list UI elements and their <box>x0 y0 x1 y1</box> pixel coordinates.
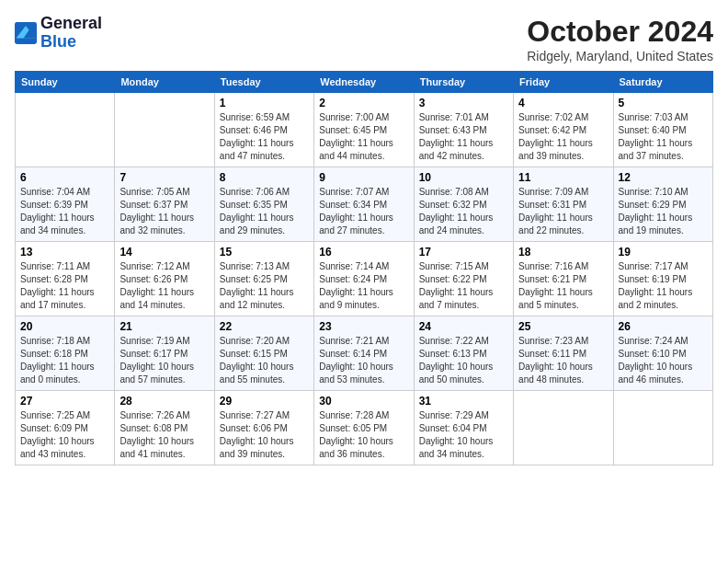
day-info: Sunrise: 7:25 AM Sunset: 6:09 PM Dayligh… <box>20 409 109 461</box>
calendar-cell: 13Sunrise: 7:11 AM Sunset: 6:28 PM Dayli… <box>16 242 115 316</box>
calendar-cell: 7Sunrise: 7:05 AM Sunset: 6:37 PM Daylig… <box>115 167 214 242</box>
day-number: 15 <box>220 246 309 259</box>
calendar-cell: 25Sunrise: 7:23 AM Sunset: 6:11 PM Dayli… <box>514 316 613 391</box>
day-info: Sunrise: 7:05 AM Sunset: 6:37 PM Dayligh… <box>119 186 209 237</box>
month-title: October 2024 <box>527 15 713 49</box>
calendar-cell: 30Sunrise: 7:28 AM Sunset: 6:05 PM Dayli… <box>314 391 414 465</box>
day-number: 16 <box>319 246 408 259</box>
day-number: 5 <box>619 97 708 109</box>
day-info: Sunrise: 7:23 AM Sunset: 6:11 PM Dayligh… <box>518 335 608 386</box>
logo-text: General Blue <box>40 15 102 52</box>
day-number: 19 <box>619 246 708 259</box>
day-number: 20 <box>20 320 109 333</box>
day-info: Sunrise: 7:28 AM Sunset: 6:05 PM Dayligh… <box>319 409 408 461</box>
calendar-cell: 12Sunrise: 7:10 AM Sunset: 6:29 PM Dayli… <box>613 167 712 242</box>
calendar-cell: 27Sunrise: 7:25 AM Sunset: 6:09 PM Dayli… <box>16 391 115 465</box>
day-number: 6 <box>20 171 109 184</box>
day-number: 10 <box>419 171 508 184</box>
location-subtitle: Ridgely, Maryland, United States <box>527 49 713 63</box>
day-info: Sunrise: 7:11 AM Sunset: 6:28 PM Dayligh… <box>20 260 109 312</box>
calendar-week-row: 20Sunrise: 7:18 AM Sunset: 6:18 PM Dayli… <box>16 316 713 391</box>
weekday-header: Thursday <box>414 72 513 93</box>
day-number: 1 <box>220 97 309 109</box>
day-number: 13 <box>20 246 109 259</box>
weekday-header: Monday <box>115 72 214 93</box>
day-info: Sunrise: 7:13 AM Sunset: 6:25 PM Dayligh… <box>220 260 309 312</box>
page-header: General Blue October 2024 Ridgely, Maryl… <box>15 15 713 63</box>
day-number: 22 <box>220 320 309 333</box>
calendar-week-row: 6Sunrise: 7:04 AM Sunset: 6:39 PM Daylig… <box>16 167 713 242</box>
calendar-cell: 23Sunrise: 7:21 AM Sunset: 6:14 PM Dayli… <box>314 316 414 391</box>
weekday-header: Friday <box>514 72 613 93</box>
title-block: October 2024 Ridgely, Maryland, United S… <box>527 15 713 63</box>
day-info: Sunrise: 7:12 AM Sunset: 6:26 PM Dayligh… <box>119 260 209 312</box>
day-number: 25 <box>518 320 608 333</box>
calendar-cell: 10Sunrise: 7:08 AM Sunset: 6:32 PM Dayli… <box>414 167 513 242</box>
day-info: Sunrise: 7:01 AM Sunset: 6:43 PM Dayligh… <box>419 111 508 163</box>
day-info: Sunrise: 7:03 AM Sunset: 6:40 PM Dayligh… <box>619 111 708 163</box>
day-info: Sunrise: 6:59 AM Sunset: 6:46 PM Dayligh… <box>220 111 309 163</box>
calendar-cell: 19Sunrise: 7:17 AM Sunset: 6:19 PM Dayli… <box>613 242 712 316</box>
day-info: Sunrise: 7:04 AM Sunset: 6:39 PM Dayligh… <box>20 186 109 237</box>
day-number: 8 <box>220 171 309 184</box>
day-number: 27 <box>20 395 109 408</box>
calendar-cell: 4Sunrise: 7:02 AM Sunset: 6:42 PM Daylig… <box>514 93 613 167</box>
day-info: Sunrise: 7:15 AM Sunset: 6:22 PM Dayligh… <box>419 260 508 312</box>
day-info: Sunrise: 7:09 AM Sunset: 6:31 PM Dayligh… <box>518 186 608 237</box>
day-number: 21 <box>119 320 209 333</box>
calendar-week-row: 27Sunrise: 7:25 AM Sunset: 6:09 PM Dayli… <box>16 391 713 465</box>
calendar-cell: 5Sunrise: 7:03 AM Sunset: 6:40 PM Daylig… <box>613 93 712 167</box>
calendar-cell: 22Sunrise: 7:20 AM Sunset: 6:15 PM Dayli… <box>214 316 313 391</box>
day-info: Sunrise: 7:02 AM Sunset: 6:42 PM Dayligh… <box>518 111 608 163</box>
calendar-cell: 24Sunrise: 7:22 AM Sunset: 6:13 PM Dayli… <box>414 316 513 391</box>
day-info: Sunrise: 7:14 AM Sunset: 6:24 PM Dayligh… <box>319 260 408 312</box>
day-info: Sunrise: 7:21 AM Sunset: 6:14 PM Dayligh… <box>319 335 408 386</box>
day-number: 3 <box>419 97 508 109</box>
day-number: 7 <box>119 171 209 184</box>
day-info: Sunrise: 7:26 AM Sunset: 6:08 PM Dayligh… <box>119 409 209 461</box>
day-number: 29 <box>220 395 309 408</box>
weekday-header: Sunday <box>16 72 115 93</box>
day-number: 18 <box>518 246 608 259</box>
weekday-header-row: SundayMondayTuesdayWednesdayThursdayFrid… <box>16 72 713 93</box>
calendar-cell: 9Sunrise: 7:07 AM Sunset: 6:34 PM Daylig… <box>314 167 414 242</box>
calendar-cell: 21Sunrise: 7:19 AM Sunset: 6:17 PM Dayli… <box>115 316 214 391</box>
logo-icon <box>15 22 37 44</box>
day-info: Sunrise: 7:20 AM Sunset: 6:15 PM Dayligh… <box>220 335 309 386</box>
weekday-header: Saturday <box>613 72 712 93</box>
calendar-cell: 17Sunrise: 7:15 AM Sunset: 6:22 PM Dayli… <box>414 242 513 316</box>
calendar-cell: 14Sunrise: 7:12 AM Sunset: 6:26 PM Dayli… <box>115 242 214 316</box>
day-number: 2 <box>319 97 408 109</box>
day-number: 14 <box>119 246 209 259</box>
calendar-cell: 31Sunrise: 7:29 AM Sunset: 6:04 PM Dayli… <box>414 391 513 465</box>
day-number: 31 <box>419 395 508 408</box>
day-info: Sunrise: 7:27 AM Sunset: 6:06 PM Dayligh… <box>220 409 309 461</box>
calendar-cell <box>514 391 613 465</box>
day-number: 9 <box>319 171 408 184</box>
day-info: Sunrise: 7:00 AM Sunset: 6:45 PM Dayligh… <box>319 111 408 163</box>
day-info: Sunrise: 7:29 AM Sunset: 6:04 PM Dayligh… <box>419 409 508 461</box>
day-info: Sunrise: 7:10 AM Sunset: 6:29 PM Dayligh… <box>619 186 708 237</box>
day-info: Sunrise: 7:17 AM Sunset: 6:19 PM Dayligh… <box>619 260 708 312</box>
calendar-cell <box>16 93 115 167</box>
day-info: Sunrise: 7:18 AM Sunset: 6:18 PM Dayligh… <box>20 335 109 386</box>
day-number: 26 <box>619 320 708 333</box>
day-number: 4 <box>518 97 608 109</box>
calendar-cell: 26Sunrise: 7:24 AM Sunset: 6:10 PM Dayli… <box>613 316 712 391</box>
logo: General Blue <box>15 15 102 52</box>
calendar-cell: 1Sunrise: 6:59 AM Sunset: 6:46 PM Daylig… <box>214 93 313 167</box>
day-info: Sunrise: 7:06 AM Sunset: 6:35 PM Dayligh… <box>220 186 309 237</box>
calendar-cell: 6Sunrise: 7:04 AM Sunset: 6:39 PM Daylig… <box>16 167 115 242</box>
weekday-header: Tuesday <box>214 72 313 93</box>
calendar-cell: 20Sunrise: 7:18 AM Sunset: 6:18 PM Dayli… <box>16 316 115 391</box>
calendar-week-row: 1Sunrise: 6:59 AM Sunset: 6:46 PM Daylig… <box>16 93 713 167</box>
calendar-table: SundayMondayTuesdayWednesdayThursdayFrid… <box>15 71 713 465</box>
day-info: Sunrise: 7:07 AM Sunset: 6:34 PM Dayligh… <box>319 186 408 237</box>
day-info: Sunrise: 7:08 AM Sunset: 6:32 PM Dayligh… <box>419 186 508 237</box>
calendar-cell: 29Sunrise: 7:27 AM Sunset: 6:06 PM Dayli… <box>214 391 313 465</box>
calendar-week-row: 13Sunrise: 7:11 AM Sunset: 6:28 PM Dayli… <box>16 242 713 316</box>
day-number: 17 <box>419 246 508 259</box>
calendar-cell: 2Sunrise: 7:00 AM Sunset: 6:45 PM Daylig… <box>314 93 414 167</box>
calendar-cell: 8Sunrise: 7:06 AM Sunset: 6:35 PM Daylig… <box>214 167 313 242</box>
day-number: 28 <box>119 395 209 408</box>
